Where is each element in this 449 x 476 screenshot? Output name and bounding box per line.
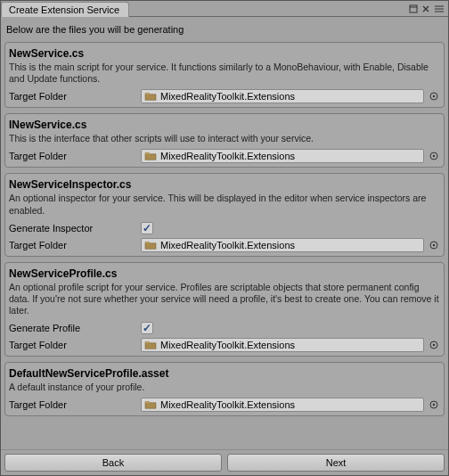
row-label: Target Folder bbox=[9, 91, 141, 102]
folder-value: MixedRealityToolkit.Extensions bbox=[160, 240, 295, 250]
menu-icon[interactable] bbox=[434, 4, 445, 13]
folder-field[interactable]: MixedRealityToolkit.Extensions bbox=[141, 89, 424, 103]
checkbox[interactable]: ✓ bbox=[141, 222, 153, 234]
row-label: Target Folder bbox=[9, 240, 141, 250]
folder-row: Target FolderMixedRealityToolkit.Extensi… bbox=[9, 88, 440, 104]
back-button-label: Back bbox=[102, 457, 124, 468]
panel-description: An optional profile script for your serv… bbox=[9, 282, 440, 319]
panels-container: NewService.csThis is the main script for… bbox=[4, 42, 445, 416]
window-controls bbox=[409, 1, 448, 16]
row-label: Target Folder bbox=[9, 399, 141, 410]
back-button[interactable]: Back bbox=[4, 454, 222, 472]
footer: Back Next bbox=[1, 449, 448, 475]
svg-point-16 bbox=[433, 404, 435, 406]
window-tab[interactable]: Create Extension Service bbox=[1, 2, 129, 17]
panel-description: This is the interface that other scripts… bbox=[9, 133, 440, 147]
row-label: Target Folder bbox=[9, 340, 141, 350]
folder-row: Target FolderMixedRealityToolkit.Extensi… bbox=[9, 397, 440, 413]
folder-value: MixedRealityToolkit.Extensions bbox=[160, 340, 295, 350]
check-icon: ✓ bbox=[143, 323, 151, 333]
folder-field[interactable]: MixedRealityToolkit.Extensions bbox=[141, 238, 424, 252]
panel-title: NewService.cs bbox=[9, 45, 440, 62]
object-picker-icon[interactable] bbox=[428, 339, 440, 351]
file-panel: NewServiceProfile.csAn optional profile … bbox=[4, 262, 445, 357]
folder-field[interactable]: MixedRealityToolkit.Extensions bbox=[141, 338, 424, 352]
checkbox-row: Generate Profile✓ bbox=[9, 320, 440, 336]
dock-icon[interactable] bbox=[409, 4, 418, 13]
row-label: Target Folder bbox=[9, 151, 141, 161]
file-panel: NewServiceInspector.csAn optional inspec… bbox=[4, 173, 445, 256]
folder-field[interactable]: MixedRealityToolkit.Extensions bbox=[141, 398, 424, 412]
content-area: Below are the files you will be generati… bbox=[1, 17, 448, 449]
row-label: Generate Profile bbox=[9, 323, 141, 333]
checkbox[interactable]: ✓ bbox=[141, 322, 153, 334]
file-panel: INewService.csThis is the interface that… bbox=[4, 113, 445, 168]
titlebar: Create Extension Service bbox=[1, 1, 448, 17]
editor-window: Create Extension Service Below are the f… bbox=[0, 0, 449, 476]
panel-title: NewServiceInspector.cs bbox=[9, 176, 440, 193]
object-picker-icon[interactable] bbox=[428, 150, 440, 162]
file-panel: DefaultNewServiceProfile.assetA default … bbox=[4, 362, 445, 416]
svg-point-12 bbox=[433, 243, 435, 245]
row-label: Generate Inspector bbox=[9, 223, 141, 234]
file-panel: NewService.csThis is the main script for… bbox=[4, 42, 445, 108]
svg-point-10 bbox=[433, 155, 435, 157]
folder-row: Target FolderMixedRealityToolkit.Extensi… bbox=[9, 337, 440, 353]
folder-row: Target FolderMixedRealityToolkit.Extensi… bbox=[9, 237, 440, 253]
panel-description: An optional inspector for your service. … bbox=[9, 193, 440, 218]
close-icon[interactable] bbox=[421, 4, 430, 13]
folder-field[interactable]: MixedRealityToolkit.Extensions bbox=[141, 149, 424, 163]
check-icon: ✓ bbox=[143, 223, 151, 234]
object-picker-icon[interactable] bbox=[428, 398, 440, 411]
next-button[interactable]: Next bbox=[227, 454, 445, 472]
folder-value: MixedRealityToolkit.Extensions bbox=[160, 399, 295, 410]
folder-value: MixedRealityToolkit.Extensions bbox=[160, 91, 295, 102]
panel-title: DefaultNewServiceProfile.asset bbox=[9, 365, 440, 382]
svg-point-8 bbox=[433, 95, 435, 97]
intro-text: Below are the files you will be generati… bbox=[4, 21, 445, 42]
panel-title: INewService.cs bbox=[9, 117, 440, 133]
checkbox-row: Generate Inspector✓ bbox=[9, 220, 440, 236]
next-button-label: Next bbox=[326, 457, 347, 468]
svg-point-14 bbox=[433, 344, 435, 346]
object-picker-icon[interactable] bbox=[428, 239, 440, 251]
folder-row: Target FolderMixedRealityToolkit.Extensi… bbox=[9, 148, 440, 164]
window-title: Create Extension Service bbox=[9, 4, 119, 15]
folder-value: MixedRealityToolkit.Extensions bbox=[160, 151, 295, 161]
panel-description: A default instance of your profile. bbox=[9, 382, 440, 396]
object-picker-icon[interactable] bbox=[428, 90, 440, 103]
panel-description: This is the main script for your service… bbox=[9, 62, 440, 87]
svg-rect-0 bbox=[410, 5, 417, 12]
panel-title: NewServiceProfile.cs bbox=[9, 266, 440, 282]
